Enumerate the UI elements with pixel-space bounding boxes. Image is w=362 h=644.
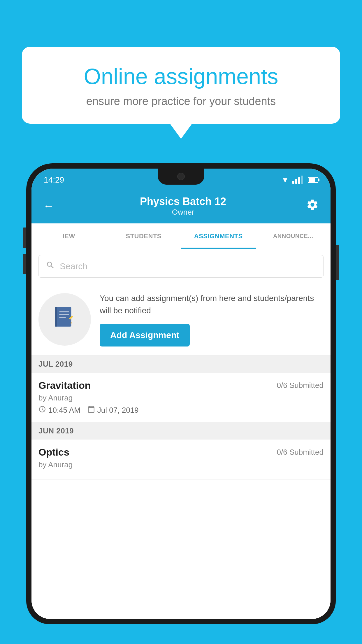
- assignment-item-header: Gravitation 0/6 Submitted: [38, 380, 324, 391]
- tab-iew[interactable]: IEW: [31, 223, 106, 249]
- assignment-item-header-optics: Optics 0/6 Submitted: [38, 447, 324, 458]
- settings-button[interactable]: [303, 195, 322, 217]
- assignment-info: You can add assignment(s) from here and …: [100, 292, 324, 346]
- svg-rect-1: [55, 307, 57, 327]
- clock-icon: [38, 405, 46, 415]
- search-box[interactable]: Search: [38, 255, 324, 278]
- svg-rect-2: [59, 311, 69, 312]
- assignment-by-optics: by Anurag: [38, 460, 324, 469]
- svg-rect-3: [59, 314, 69, 315]
- table-row[interactable]: Optics 0/6 Submitted by Anurag: [31, 440, 331, 480]
- speech-bubble-container: Online assignments ensure more practice …: [22, 47, 340, 124]
- content-area: Search: [31, 249, 331, 619]
- search-container: Search: [31, 249, 331, 284]
- signal-icon: [292, 176, 303, 184]
- speech-bubble-title: Online assignments: [42, 64, 320, 89]
- table-row[interactable]: Gravitation 0/6 Submitted by Anurag 10:4…: [31, 373, 331, 422]
- assignment-date: Jul 07, 2019: [87, 405, 139, 415]
- notebook-icon: [52, 304, 78, 335]
- app-bar-title: Physics Batch 12: [63, 195, 303, 208]
- assignment-submitted: 0/6 Submitted: [277, 381, 324, 390]
- calendar-icon: [87, 405, 95, 415]
- wifi-icon: ▼: [281, 176, 289, 185]
- phone-frame: 14:29 ▼: [26, 163, 336, 644]
- phone-outer: 14:29 ▼: [26, 163, 336, 624]
- speech-bubble: Online assignments ensure more practice …: [22, 47, 340, 124]
- assignment-name-optics: Optics: [38, 447, 69, 458]
- battery-icon: [308, 177, 318, 183]
- tab-announcements[interactable]: ANNOUNCE...: [256, 223, 331, 249]
- app-bar-subtitle: Owner: [63, 208, 303, 217]
- month-header-jul: JUL 2019: [31, 356, 331, 373]
- svg-rect-4: [59, 317, 66, 318]
- assignment-name: Gravitation: [38, 380, 91, 391]
- status-icons: ▼: [281, 176, 318, 185]
- search-icon: [46, 260, 55, 272]
- add-assignment-button[interactable]: Add Assignment: [100, 324, 190, 346]
- assignment-icon-circle: [38, 293, 91, 346]
- phone-volume-down-button: [23, 254, 26, 274]
- phone-power-button: [336, 245, 339, 280]
- camera: [177, 173, 185, 180]
- assignment-by: by Anurag: [38, 393, 324, 402]
- back-button[interactable]: ←: [40, 197, 57, 215]
- tab-students[interactable]: STUDENTS: [106, 223, 181, 249]
- assignment-submitted-optics: 0/6 Submitted: [277, 448, 324, 457]
- tabs-bar: IEW STUDENTS ASSIGNMENTS ANNOUNCE...: [31, 223, 331, 249]
- app-bar-title-area: Physics Batch 12 Owner: [63, 195, 303, 217]
- phone-notch: [158, 169, 204, 185]
- month-header-jun: JUN 2019: [31, 422, 331, 440]
- assignment-date-text: Jul 07, 2019: [97, 406, 139, 415]
- assignment-time: 10:45 AM: [38, 405, 80, 415]
- assignment-info-text: You can add assignment(s) from here and …: [100, 292, 324, 317]
- status-time: 14:29: [44, 175, 64, 185]
- app-bar: ← Physics Batch 12 Owner: [31, 188, 331, 223]
- add-assignment-section: You can add assignment(s) from here and …: [31, 284, 331, 356]
- assignment-meta: 10:45 AM Jul 07, 2019: [38, 405, 324, 415]
- phone-screen: 14:29 ▼: [31, 169, 331, 619]
- search-placeholder: Search: [60, 261, 87, 271]
- assignment-time-text: 10:45 AM: [48, 406, 80, 415]
- phone-volume-up-button: [23, 228, 26, 248]
- tab-assignments[interactable]: ASSIGNMENTS: [181, 223, 256, 249]
- speech-bubble-subtitle: ensure more practice for your students: [42, 95, 320, 108]
